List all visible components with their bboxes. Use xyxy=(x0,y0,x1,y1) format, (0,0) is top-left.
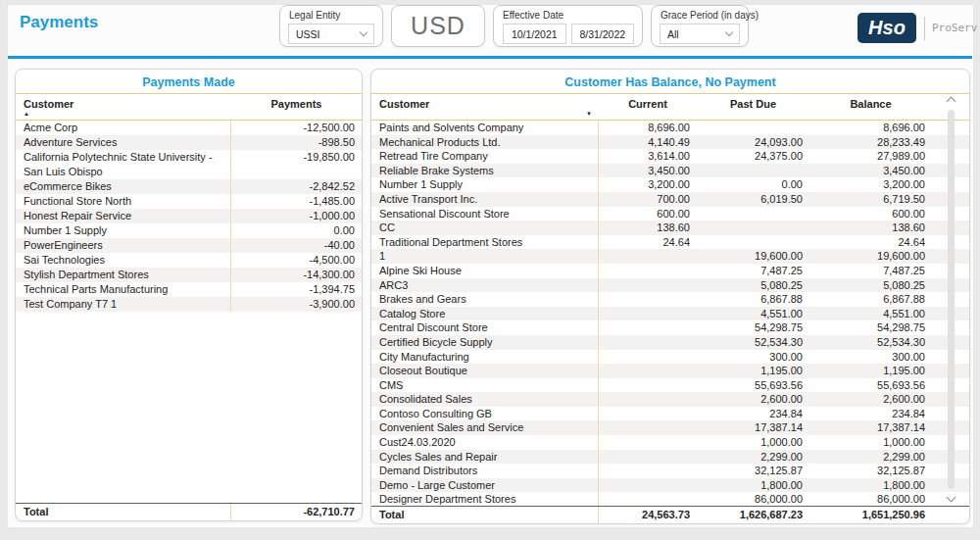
cell-past-due: 24,093.00 xyxy=(697,135,809,150)
table-row[interactable]: Closeout Boutique1,195.001,195.00 xyxy=(371,364,969,378)
cell-balance: 86,000.00 xyxy=(809,492,932,506)
scrollbar-thumb[interactable] xyxy=(948,110,955,489)
cell-balance: 234.84 xyxy=(809,407,932,421)
table-row[interactable]: Paints and Solvents Company8,696.008,696… xyxy=(371,121,969,135)
table-row[interactable]: California Polytechnic State University … xyxy=(16,150,362,179)
payments-made-rows: Acme Corp-12,500.00Adventure Services-89… xyxy=(16,121,362,503)
cell-payments: 0.00 xyxy=(231,223,362,238)
table-row[interactable]: Demand Distributors32,125.8732,125.87 xyxy=(371,464,969,478)
table-row[interactable]: 119,600.0019,600.00 xyxy=(371,249,969,264)
cell-payments: -3,900.00 xyxy=(231,297,362,312)
table-row[interactable]: Contoso Consulting GB234.84234.84 xyxy=(371,407,969,421)
table-row[interactable]: Brakes and Gears6,867.886,867.88 xyxy=(371,292,969,307)
cell-balance: 138.60 xyxy=(809,221,932,235)
table-row[interactable]: Demo - Large Customer1,800.001,800.00 xyxy=(371,478,969,493)
cell-past-due: 54,298.75 xyxy=(697,320,809,335)
cell-current xyxy=(599,464,697,478)
cell-balance: 600.00 xyxy=(809,207,932,221)
cell-past-due: 55,693.56 xyxy=(697,378,809,393)
cell-customer: Adventure Services xyxy=(16,135,231,150)
table-row[interactable]: Traditional Department Stores24.6424.64 xyxy=(371,235,969,250)
table-row[interactable]: eCommerce Bikes-2,842.52 xyxy=(16,179,362,194)
end-date-input[interactable]: 8/31/2022 xyxy=(571,24,635,44)
cell-current: 3,614.00 xyxy=(599,149,697,164)
table-row[interactable]: City Manufacturing300.00300.00 xyxy=(371,350,969,365)
table-row[interactable]: Cycles Sales and Repair2,299.002,299.00 xyxy=(371,450,969,465)
cell-balance: 52,534.30 xyxy=(809,335,932,350)
cell-current xyxy=(599,307,697,321)
table-row[interactable]: Central Discount Store54,298.7554,298.75 xyxy=(371,320,969,335)
cell-payments: -14,300.00 xyxy=(231,268,362,282)
cell-customer: Acme Corp xyxy=(16,121,231,135)
scroll-up-icon[interactable] xyxy=(947,97,956,107)
table-row[interactable]: Designer Department Stores86,000.0086,00… xyxy=(371,492,969,506)
cell-past-due: 300.00 xyxy=(697,350,809,365)
scrollbar[interactable] xyxy=(947,96,956,503)
cell-past-due xyxy=(697,221,809,235)
column-header-payments[interactable]: Payments xyxy=(231,98,362,120)
column-header-current[interactable]: Current xyxy=(599,98,697,120)
cell-past-due: 1,195.00 xyxy=(697,364,809,378)
cell-customer: Stylish Department Stores xyxy=(16,268,231,282)
legal-entity-dropdown[interactable]: USSI xyxy=(288,24,374,44)
cell-past-due: 234.84 xyxy=(697,407,809,421)
table-row[interactable]: Certified Bicycle Supply52,534.3052,534.… xyxy=(371,335,969,350)
cell-past-due: 24,375.00 xyxy=(697,149,809,164)
cell-customer: Honest Repair Service xyxy=(16,209,231,223)
cell-balance: 1,800.00 xyxy=(809,478,932,493)
table-row[interactable]: Catalog Store4,551.004,551.00 xyxy=(371,307,969,321)
cell-past-due xyxy=(697,121,809,135)
table-row[interactable]: Functional Store North-1,485.00 xyxy=(16,194,362,209)
scroll-down-icon[interactable] xyxy=(947,493,956,503)
cell-customer: Number 1 Supply xyxy=(16,223,231,238)
column-header-past-due[interactable]: Past Due xyxy=(697,98,809,120)
table-row[interactable]: Alpine Ski House7,487.257,487.25 xyxy=(371,264,969,278)
grace-period-slicer: Grace Period (in days) All xyxy=(651,5,749,47)
cell-payments: -2,842.52 xyxy=(231,179,362,194)
table-row[interactable]: Convenient Sales and Service17,387.1417,… xyxy=(371,420,969,435)
table-row[interactable]: Mechanical Products Ltd.4,140.4924,093.0… xyxy=(371,135,969,150)
table-row[interactable]: PowerEngineers-40.00 xyxy=(16,238,362,253)
table-row[interactable]: Stylish Department Stores-14,300.00 xyxy=(16,268,362,282)
grace-period-dropdown[interactable]: All xyxy=(660,24,740,44)
table-row[interactable]: Technical Parts Manufacturing-1,394.75 xyxy=(16,282,362,297)
cell-current xyxy=(599,249,697,264)
column-header-balance[interactable]: Balance xyxy=(809,98,932,120)
table-row[interactable]: ARC35,080.255,080.25 xyxy=(371,278,969,293)
table-row[interactable]: Cust24.03.20201,000.001,000.00 xyxy=(371,435,969,450)
cell-customer: Functional Store North xyxy=(16,194,231,209)
table-row[interactable]: Number 1 Supply0.00 xyxy=(16,223,362,238)
table-row[interactable]: CMS55,693.5655,693.56 xyxy=(371,378,969,393)
cell-past-due: 86,000.00 xyxy=(697,492,809,506)
cell-customer: CC xyxy=(371,221,599,235)
table-row[interactable]: Adventure Services-898.50 xyxy=(16,135,362,150)
cell-balance: 1,000.00 xyxy=(809,435,932,450)
start-date-input[interactable]: 10/1/2021 xyxy=(503,24,566,44)
table-row[interactable]: Reliable Brake Systems3,450.003,450.00 xyxy=(371,164,969,178)
total-label: Total xyxy=(371,507,599,523)
total-label: Total xyxy=(16,504,231,520)
table-row[interactable]: Honest Repair Service-1,000.00 xyxy=(16,209,362,223)
cell-payments: -1,394.75 xyxy=(231,282,362,297)
chevron-down-icon xyxy=(725,28,733,36)
cell-balance: 8,696.00 xyxy=(809,121,932,135)
table-row[interactable]: CC138.60138.60 xyxy=(371,221,969,235)
table-row[interactable]: Retread Tire Company3,614.0024,375.0027,… xyxy=(371,149,969,164)
table-row[interactable]: Sai Technologies-4,500.00 xyxy=(16,253,362,268)
cell-customer: Active Transport Inc. xyxy=(371,192,599,207)
table-row[interactable]: Acme Corp-12,500.00 xyxy=(16,121,362,135)
grace-period-value: All xyxy=(667,28,679,40)
table-row[interactable]: Test Company T7 1-3,900.00 xyxy=(16,297,362,312)
table-row[interactable]: Sensational Discount Store600.00600.00 xyxy=(371,207,969,221)
cell-current xyxy=(599,420,697,435)
column-header-customer[interactable]: Customer ▲ xyxy=(16,98,231,120)
payments-made-header-row: Customer ▲ Payments xyxy=(16,94,362,121)
column-header-customer[interactable]: Customer ▼ xyxy=(371,98,599,120)
cell-payments: -4,500.00 xyxy=(231,253,362,268)
table-row[interactable]: Number 1 Supply3,200.000.003,200.00 xyxy=(371,177,969,192)
table-row[interactable]: Consolidated Sales2,600.002,600.00 xyxy=(371,392,969,407)
balance-table-title: Customer Has Balance, No Payment xyxy=(371,70,969,94)
cell-customer: Demo - Large Customer xyxy=(371,478,599,493)
cell-balance: 2,600.00 xyxy=(809,392,932,407)
table-row[interactable]: Active Transport Inc.700.006,019.506,719… xyxy=(371,192,969,207)
